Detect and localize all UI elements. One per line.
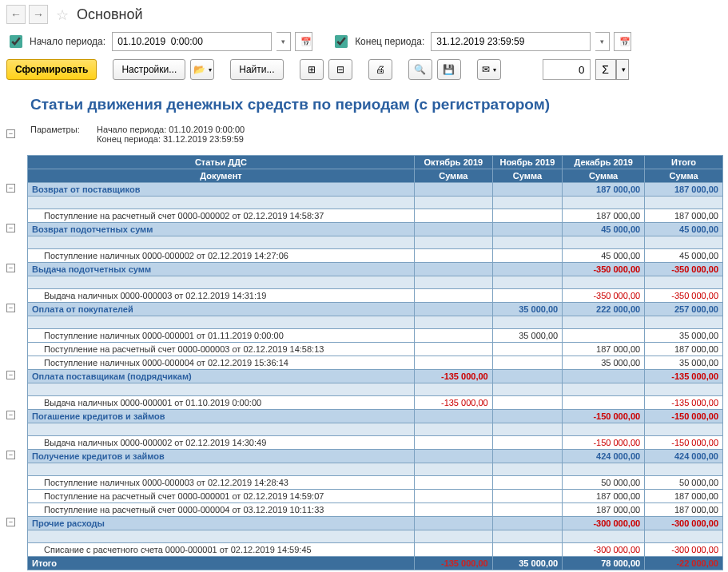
- table-row[interactable]: [28, 383, 723, 396]
- cell: 187 000,00: [645, 490, 723, 503]
- start-period-label: Начало периода:: [30, 36, 105, 47]
- cell: [414, 289, 492, 303]
- table-row[interactable]: [28, 316, 723, 329]
- table-row[interactable]: [28, 276, 723, 289]
- table-row[interactable]: Возврат подотчетных сумм45 000,0045 000,…: [28, 223, 723, 236]
- table-row[interactable]: Поступление наличных 0000-000003 от 02.1…: [28, 476, 723, 490]
- cell: [492, 197, 563, 209]
- start-dropdown-icon[interactable]: ▾: [276, 32, 291, 51]
- table-row[interactable]: Выдача подотчетных сумм-350 000,00-350 0…: [28, 263, 723, 276]
- cell: [563, 236, 645, 249]
- sigma-button[interactable]: Σ: [595, 59, 616, 80]
- group-toggle[interactable]: −: [6, 224, 15, 232]
- cell: 187 000,00: [645, 343, 723, 356]
- report-title: Статьи движения денежных средств по пери…: [27, 88, 723, 125]
- table-row[interactable]: Погашение кредитов и займов-150 000,00-1…: [28, 410, 723, 423]
- row-label: Возврат подотчетных сумм: [28, 223, 415, 236]
- print-button[interactable]: 🖨: [368, 59, 392, 80]
- table-row[interactable]: Выдача наличных 0000-000001 от 01.10.201…: [28, 396, 723, 410]
- table-row[interactable]: Поступление наличных 0000-000001 от 01.1…: [28, 329, 723, 343]
- settings-button[interactable]: Настройки...: [113, 59, 185, 80]
- variants-button[interactable]: 📂▾: [190, 59, 214, 80]
- cell: -350 000,00: [645, 263, 723, 276]
- cell: [645, 276, 723, 289]
- cell: [414, 490, 492, 503]
- back-button[interactable]: ←: [6, 5, 26, 24]
- group-toggle[interactable]: −: [6, 411, 15, 419]
- table-row[interactable]: Поступление на расчетный счет 0000-00000…: [28, 490, 723, 503]
- group-toggle[interactable]: −: [6, 184, 15, 193]
- level-input[interactable]: [543, 59, 591, 80]
- cell: [563, 329, 645, 343]
- table-row[interactable]: Оплата от покупателей35 000,00222 000,00…: [28, 303, 723, 316]
- run-button[interactable]: Сформировать: [6, 59, 97, 80]
- cell: [645, 197, 723, 209]
- table-row[interactable]: Поступление на расчетный счет 0000-00000…: [28, 343, 723, 356]
- cell: [414, 316, 492, 329]
- cell: 222 000,00: [563, 303, 645, 316]
- cell: [492, 183, 563, 197]
- end-calendar-icon[interactable]: 📅: [614, 32, 631, 51]
- collapse-groups-button[interactable]: ⊟: [328, 59, 352, 80]
- end-period-checkbox[interactable]: [335, 35, 348, 48]
- group-toggle[interactable]: −: [6, 451, 15, 459]
- cell: -300 000,00: [563, 543, 645, 557]
- page-title: Основной: [77, 6, 143, 23]
- group-toggle[interactable]: −: [6, 371, 15, 379]
- cell: 45 000,00: [645, 249, 723, 263]
- cell: 35 000,00: [563, 356, 645, 370]
- end-dropdown-icon[interactable]: ▾: [595, 32, 610, 51]
- collapse-all-toggle[interactable]: −: [6, 129, 15, 138]
- table-row[interactable]: Списание с расчетного счета 0000-000001 …: [28, 543, 723, 557]
- send-button[interactable]: ✉▾: [477, 59, 501, 80]
- table-row[interactable]: Поступление на расчетный счет 0000-00000…: [28, 209, 723, 223]
- table-row[interactable]: [28, 423, 723, 436]
- cell: [492, 276, 563, 289]
- group-toggle[interactable]: −: [6, 264, 15, 272]
- cell: 187 000,00: [563, 503, 645, 517]
- table-row[interactable]: [28, 463, 723, 476]
- start-period-checkbox[interactable]: [10, 35, 22, 48]
- col-sum3: Сумма: [563, 169, 645, 183]
- cell: [645, 236, 723, 249]
- folder-icon: 📂: [193, 64, 205, 75]
- cell: [563, 276, 645, 289]
- row-label: Поступление на расчетный счет 0000-00000…: [28, 209, 415, 223]
- chevron-down-icon: ▾: [493, 66, 496, 73]
- forward-button[interactable]: →: [29, 5, 48, 24]
- table-row[interactable]: Оплата поставщикам (подрядчикам)-135 000…: [28, 370, 723, 383]
- end-period-input[interactable]: [431, 32, 591, 51]
- group-toggle[interactable]: −: [6, 518, 15, 526]
- table-row[interactable]: [28, 530, 723, 543]
- table-row[interactable]: Поступление наличных 0000-000004 от 02.1…: [28, 356, 723, 370]
- favorite-star-icon[interactable]: ☆: [51, 6, 69, 23]
- col-p3: Декабрь 2019: [563, 156, 645, 169]
- table-row[interactable]: Поступление на расчетный счет 0000-00000…: [28, 503, 723, 517]
- row-label: Оплата от покупателей: [28, 303, 415, 316]
- col-total: Итого: [645, 156, 723, 169]
- cell: -300 000,00: [563, 517, 645, 530]
- start-period-input[interactable]: [112, 32, 272, 51]
- cell: 35 000,00: [645, 329, 723, 343]
- cell: [492, 396, 563, 410]
- table-row[interactable]: Поступление наличных 0000-000002 от 02.1…: [28, 249, 723, 263]
- table-row[interactable]: [28, 197, 723, 209]
- table-row[interactable]: Выдача наличных 0000-000002 от 02.12.201…: [28, 436, 723, 450]
- table-row[interactable]: Выдача наличных 0000-000003 от 02.12.201…: [28, 289, 723, 303]
- cell: -150 000,00: [563, 410, 645, 423]
- table-row[interactable]: Возврат от поставщиков187 000,00187 000,…: [28, 183, 723, 197]
- cell: [492, 423, 563, 436]
- row-label: Поступление на расчетный счет 0000-00000…: [28, 490, 415, 503]
- expand-groups-button[interactable]: ⊞: [300, 59, 324, 80]
- preview-button[interactable]: 🔍: [408, 59, 432, 80]
- table-row[interactable]: Получение кредитов и займов424 000,00424…: [28, 450, 723, 463]
- group-toggle[interactable]: −: [6, 304, 15, 312]
- start-calendar-icon[interactable]: 📅: [295, 32, 312, 51]
- table-row[interactable]: [28, 236, 723, 249]
- cell: [645, 423, 723, 436]
- save-button[interactable]: 💾: [437, 59, 461, 80]
- mail-icon: ✉: [482, 64, 490, 75]
- find-button[interactable]: Найти...: [230, 59, 283, 80]
- sigma-dropdown-button[interactable]: ▾: [616, 59, 629, 80]
- table-row[interactable]: Прочие расходы-300 000,00-300 000,00: [28, 517, 723, 530]
